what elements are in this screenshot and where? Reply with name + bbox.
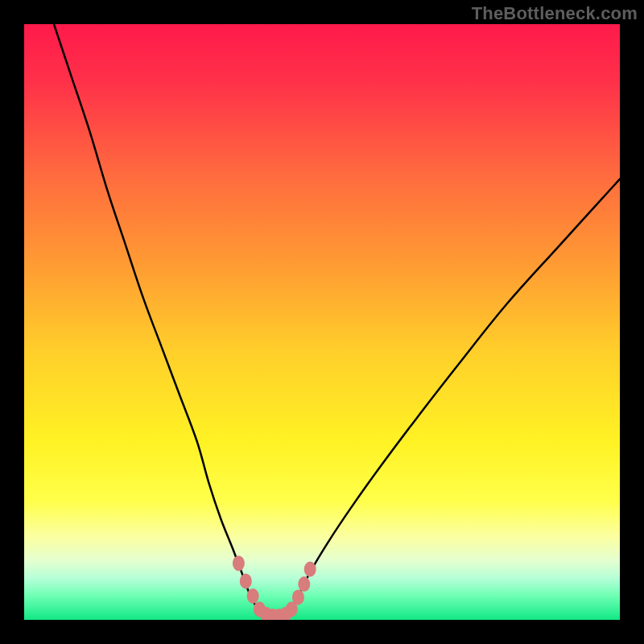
watermark-text: TheBottleneck.com: [472, 3, 638, 24]
marker-point: [304, 562, 316, 577]
bottleneck-curve: [54, 24, 620, 617]
highlight-markers: [233, 555, 316, 620]
marker-point: [240, 573, 252, 588]
marker-point: [298, 576, 310, 592]
marker-point: [292, 589, 304, 605]
marker-point: [233, 555, 245, 571]
chart-frame: TheBottleneck.com: [0, 0, 644, 644]
marker-point: [247, 588, 259, 604]
curve-layer: [24, 24, 620, 620]
plot-area: [24, 24, 620, 620]
